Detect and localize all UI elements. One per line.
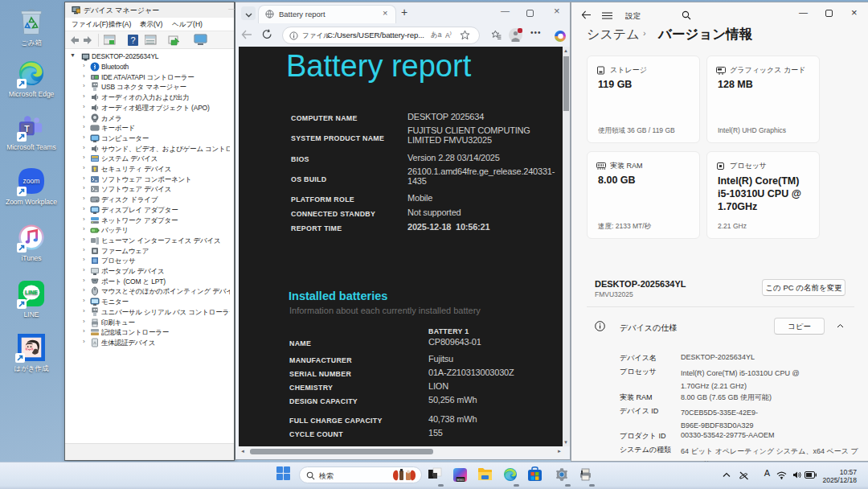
svg-text:zoom: zoom <box>23 177 40 185</box>
svg-text:?: ? <box>130 35 135 45</box>
svg-text:M365: M365 <box>457 479 465 482</box>
svg-text:LINE: LINE <box>25 290 38 296</box>
